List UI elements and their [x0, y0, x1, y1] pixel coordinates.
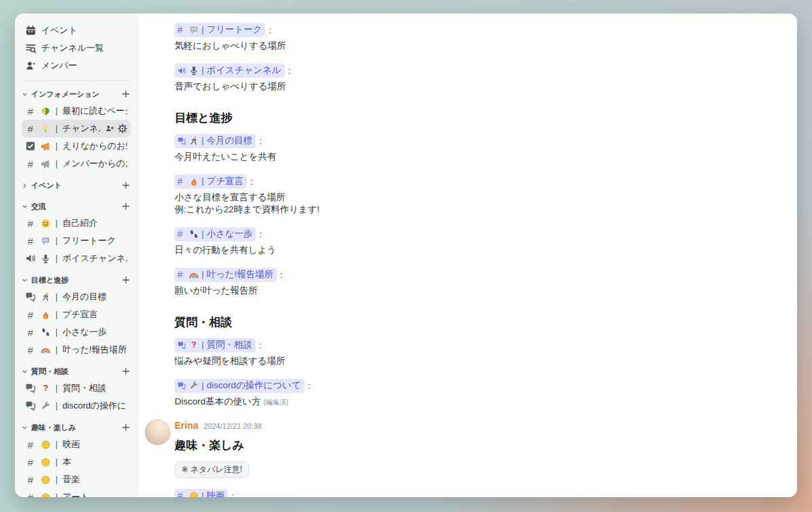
sidebar-channel-item[interactable]: # | 小さな一歩 [22, 323, 131, 341]
mention-line: # | プチ宣言 : [175, 174, 770, 189]
mention-line: # | 叶った!報告場所 : [175, 268, 770, 282]
channel-mention-chip[interactable]: # | 叶った!報告場所 [175, 268, 277, 282]
description-text: 今月叶えたいことを共有 [175, 151, 770, 163]
channel-settings-icon[interactable] [118, 124, 127, 133]
description-text: 気軽におしゃべりする場所 [175, 40, 770, 52]
fire-emoji-icon [189, 177, 199, 187]
avatar[interactable] [145, 419, 171, 445]
channel-mention-chip[interactable]: | discordの操作について [175, 379, 304, 393]
channel-mention-chip[interactable]: # | 小さな一歩 [175, 227, 256, 241]
colon-text: : [269, 25, 271, 35]
channel-separator: | [55, 327, 58, 337]
description-lines: Discord基本の使い方(編集済) [175, 396, 770, 409]
forum-channel-icon [177, 137, 186, 145]
add-channel-icon[interactable] [121, 89, 131, 99]
add-channel-icon[interactable] [121, 181, 131, 190]
sidebar-section: インフォメーション # | 最初に読むページ # | チャンネル案... | え… [22, 86, 131, 172]
sidebar-item-calendar[interactable]: イベント [22, 22, 131, 39]
section-heading: 目標と進捗 [175, 110, 770, 126]
sidebar-section-header[interactable]: 交流 [22, 198, 131, 214]
channel-separator: | [55, 401, 58, 411]
sidebar-channel-item[interactable]: # | アート [22, 488, 131, 497]
sidebar-item-members[interactable]: メンバー [22, 57, 131, 74]
description-text: 願いが叶った報告所 [175, 285, 770, 297]
channel-mention-chip[interactable]: ? | 質問・相談 [175, 338, 256, 352]
sidebar-channel-item[interactable]: # | 本 [22, 453, 131, 471]
channel-mention-chip[interactable]: | ボイスチャンネル [175, 64, 285, 78]
question-emoji-icon: ? [41, 384, 51, 393]
channel-separator: | [202, 136, 204, 145]
channel-mention-label: 映画 [206, 490, 225, 497]
description-lines: 音声でおしゃべりする場所 [175, 80, 770, 93]
section-heading: 趣味・楽しみ [175, 438, 770, 453]
description-lines: 今月叶えたいことを共有 [175, 151, 770, 163]
sidebar-channel-item[interactable]: ? | 質問・相談 [22, 379, 131, 397]
footprints-emoji-icon [41, 327, 51, 338]
mention-line: # | 小さな一歩 : [175, 227, 770, 241]
sidebar-section-header[interactable]: 目標と進捗 [22, 272, 131, 288]
channel-separator: | [55, 345, 58, 354]
sidebar-section-header[interactable]: インフォメーション [22, 86, 131, 102]
sidebar-section-name: イベント [31, 181, 62, 191]
runner-emoji-icon [41, 292, 51, 302]
add-channel-icon[interactable] [121, 423, 131, 432]
sidebar-channel-item[interactable]: # | フリートーク [22, 232, 131, 250]
sidebar-channel-item[interactable]: # | 最初に読むページ [22, 102, 131, 120]
channel-mention-label: 質問・相談 [206, 339, 252, 351]
sidebar-channel-item[interactable]: | discordの操作につ... [22, 397, 131, 415]
sidebar-item-channel-list[interactable]: チャンネル一覧 [22, 39, 131, 57]
author-name[interactable]: Erina [175, 420, 198, 431]
sidebar-section-name: 質問・相談 [31, 367, 68, 377]
channel-mention-chip[interactable]: | 今月の目標 [175, 134, 256, 148]
channel-name-label: 映画 [62, 438, 80, 450]
colon-text: : [250, 177, 253, 187]
channel-description-group: | 今月の目標 : 今月叶えたいことを共有 [175, 134, 770, 163]
yellow-circle-emoji-icon [41, 457, 51, 467]
light-bulb-emoji-icon [41, 124, 51, 134]
sidebar-channel-item[interactable]: # | メンバーからのお... [22, 155, 131, 172]
channel-name-label: フリートーク [62, 235, 116, 247]
sidebar-channel-item[interactable]: # | 叶った!報告場所 [22, 341, 131, 358]
channel-name-label: 最初に読むページ [62, 105, 127, 117]
sidebar-channel-item[interactable]: # | 映画 [22, 436, 131, 453]
hash-channel-icon: # [177, 270, 186, 280]
sidebar-channel-item[interactable]: # | チャンネル案... [22, 120, 131, 137]
colon-text: : [308, 381, 311, 391]
sidebar-channel-item[interactable]: # | プチ宣言 [22, 306, 131, 323]
channel-name-label: えりなからのお知... [62, 140, 127, 152]
chevron-down-icon [22, 91, 28, 97]
rainbow-emoji-icon [189, 270, 199, 280]
description-text: Discord基本の使い方(編集済) [175, 396, 770, 409]
add-channel-icon[interactable] [121, 202, 131, 211]
sidebar-channel-item[interactable]: | えりなからのお知... [22, 137, 131, 155]
channel-mention-chip[interactable]: # | 映画 [175, 489, 228, 497]
add-channel-icon[interactable] [121, 367, 131, 376]
hash-channel-icon: # [25, 457, 36, 467]
channel-name-label: 自己紹介 [62, 217, 97, 229]
channel-separator: | [55, 236, 58, 246]
sidebar-section-header[interactable]: 質問・相談 [22, 363, 131, 379]
sidebar-sections: インフォメーション # | 最初に読むページ # | チャンネル案... | え… [22, 86, 131, 497]
sidebar-section-header[interactable]: 趣味・楽しみ [22, 419, 131, 436]
channel-description-group: # | プチ宣言 : 小さな目標を宣言する場所例:これから22時まで資料作ります… [175, 174, 770, 216]
channel-name-label: 今月の目標 [62, 291, 106, 303]
channel-description-group: # | 小さな一歩 : 日々の行動を共有しよう [175, 227, 770, 256]
channel-name-label: 本 [62, 456, 71, 468]
channel-mention-chip[interactable]: # | プチ宣言 [175, 174, 247, 189]
colon-text: : [259, 229, 262, 239]
sidebar-channel-item[interactable]: # | 自己紹介 [22, 214, 131, 232]
discord-window: イベント チャンネル一覧 メンバー インフォメーション # | 最初に読むページ… [15, 14, 797, 497]
sidebar-menu-label: メンバー [41, 60, 77, 72]
channel-mention-chip[interactable]: # | フリートーク [175, 23, 265, 37]
sidebar-channel-item[interactable]: | 今月の目標 [22, 288, 131, 306]
sidebar-channel-item[interactable]: | ボイスチャンネル [22, 250, 131, 267]
rainbow-emoji-icon [41, 345, 51, 355]
microphone-emoji-icon [41, 254, 51, 264]
smile-emoji-icon [41, 218, 51, 229]
invite-member-icon[interactable] [105, 124, 114, 133]
colon-text: : [259, 136, 262, 146]
sidebar-section-items: ? | 質問・相談 | discordの操作につ... [22, 379, 131, 415]
add-channel-icon[interactable] [121, 275, 131, 285]
sidebar-section-header[interactable]: イベント [22, 177, 131, 193]
sidebar-channel-item[interactable]: # | 音楽 [22, 471, 131, 488]
